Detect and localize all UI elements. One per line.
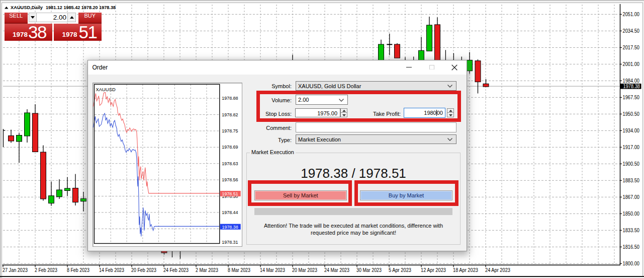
svg-text:1816.50: 1816.50 [623,244,640,250]
svg-text:14 Feb 2023: 14 Feb 2023 [99,267,124,273]
svg-text:2017.50: 2017.50 [623,45,640,50]
svg-text:2051.00: 2051.00 [623,12,640,17]
svg-text:1950.50: 1950.50 [623,111,640,117]
svg-text:27 Jan 2023: 27 Jan 2023 [3,267,28,273]
svg-text:8 Mar 2023: 8 Mar 2023 [228,267,250,273]
svg-text:30 Mar 2023: 30 Mar 2023 [356,267,382,273]
svg-text:1978.75: 1978.75 [222,128,238,133]
svg-text:1900.50: 1900.50 [623,161,640,167]
svg-text:18 Apr 2023: 18 Apr 2023 [453,267,478,273]
svg-text:1934.00: 1934.00 [623,128,640,133]
svg-text:1978.88: 1978.88 [222,96,238,101]
svg-text:2 Feb 2023: 2 Feb 2023 [35,267,57,273]
svg-text:1978.82: 1978.82 [222,112,238,117]
svg-text:1981.12 1985.42 1978.20 1978.3: 1981.12 1985.42 1978.20 1978.38 [46,5,116,10]
svg-text:20 Mar 2023: 20 Mar 2023 [292,267,317,273]
svg-text:1800.00: 1800.00 [623,261,640,266]
svg-text:24 Feb 2023: 24 Feb 2023 [163,267,189,273]
svg-text:1978.31: 1978.31 [222,240,238,245]
svg-text:XAUUSD: XAUUSD [96,87,115,92]
svg-text:24 Mar 2023: 24 Mar 2023 [324,267,349,273]
svg-text:1978.44: 1978.44 [222,210,238,215]
svg-text:5 Apr 2023: 5 Apr 2023 [389,267,411,273]
svg-text:XAUUSD,Daily: XAUUSD,Daily [11,5,43,10]
svg-text:1883.50: 1883.50 [623,178,640,183]
svg-text:12 Apr 2023: 12 Apr 2023 [421,267,446,273]
svg-text:2001.00: 2001.00 [623,61,640,67]
svg-text:20 Feb 2023: 20 Feb 2023 [131,267,156,273]
svg-text:1978.38: 1978.38 [623,84,640,89]
svg-text:1833.50: 1833.50 [623,228,640,233]
svg-text:1867.00: 1867.00 [623,194,640,200]
svg-text:14 Mar 2023: 14 Mar 2023 [260,267,285,273]
svg-text:24 Apr 2023: 24 Apr 2023 [485,267,510,273]
svg-text:1978.51: 1978.51 [222,191,238,196]
svg-text:1984.00: 1984.00 [623,78,640,84]
svg-text:1917.00: 1917.00 [623,145,640,150]
svg-text:1967.50: 1967.50 [623,95,640,100]
svg-text:2034.50: 2034.50 [623,28,640,34]
svg-text:2 Mar 2023: 2 Mar 2023 [196,267,218,273]
svg-text:1978.69: 1978.69 [222,145,238,150]
svg-text:1850.00: 1850.00 [623,211,640,217]
svg-text:1978.63: 1978.63 [222,161,238,166]
svg-text:8 Feb 2023: 8 Feb 2023 [67,267,89,273]
